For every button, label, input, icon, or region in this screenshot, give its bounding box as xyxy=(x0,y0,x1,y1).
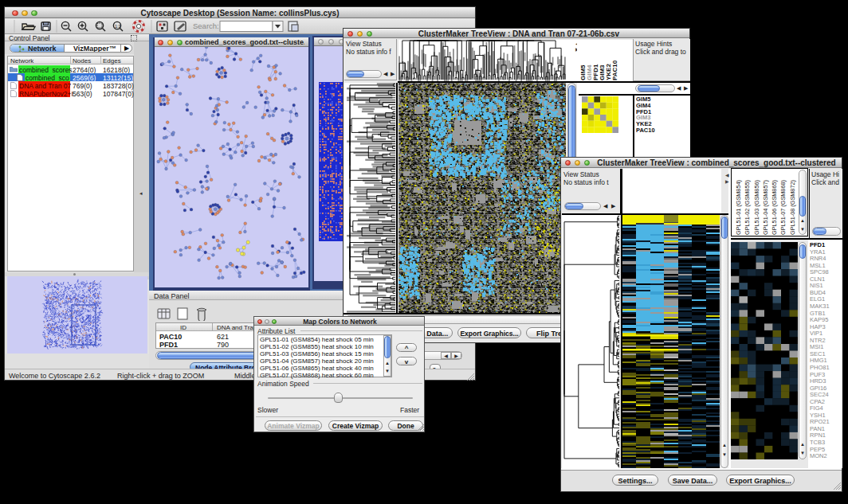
svg-text:GPL51-04 (GSM857): GPL51-04 (GSM857) xyxy=(762,180,769,235)
svg-text:1:1: 1:1 xyxy=(115,24,121,29)
svg-text:GPL51-03 (GSM856): GPL51-03 (GSM856) xyxy=(753,180,760,235)
svg-text:GPL51-08 (GSM872): GPL51-08 (GSM872) xyxy=(789,180,796,235)
svg-text:GPL51-02 (GSM855): GPL51-02 (GSM855) xyxy=(744,180,751,235)
svg-text:GPL51-01 (GSM854): GPL51-01 (GSM854) xyxy=(735,180,742,235)
svg-text:GPL51-06 (GSM865): GPL51-06 (GSM865) xyxy=(771,180,778,235)
svg-text:PAC10: PAC10 xyxy=(611,60,618,80)
svg-text:Search:: Search: xyxy=(193,21,219,30)
svg-text:GPL51-07 (GSM868): GPL51-07 (GSM868) xyxy=(779,180,787,235)
